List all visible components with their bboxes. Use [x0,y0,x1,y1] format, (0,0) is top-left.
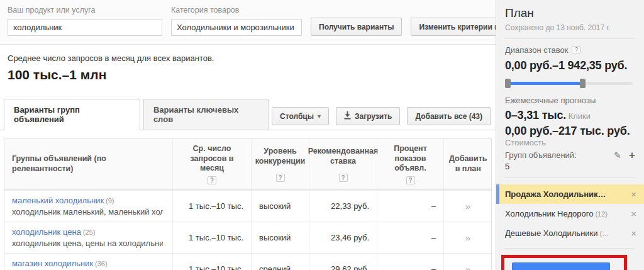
header-avg-searches-label: Ср. число запросов в месяц [178,144,246,174]
summary-value: 100 тыс.–1 млн [8,67,488,82]
clicks-label: Клики [569,111,591,121]
add-to-plan-icon[interactable]: » [465,232,470,243]
avg-searches-cell: 1 тыс.–10 тыс. [172,191,251,222]
cost-metric: 0,00 руб.–217 тыс. руб. Стоимость [505,125,635,147]
plan-item-label: Продажа Холодильник… [505,189,626,199]
bid-range-row: Диапазон ставок ? [505,45,635,55]
table-toolbar: Столбцы ▾ Загрузить Добавить все (43) [272,107,491,130]
divider [505,38,635,39]
add-to-plan-icon[interactable]: » [465,201,470,211]
help-icon[interactable]: ? [572,46,580,54]
plan-item[interactable]: Холодильник Недорого(12) × [496,204,644,223]
ad-group-ideas-table: Группы объявлений (по релевантности) Ср.… [4,138,492,270]
help-icon[interactable]: ? [339,174,348,182]
header-suggested-bid-label: Рекомендованная ставка [308,147,379,166]
table-row: магазин холодильник(36) интернет магазин… [4,253,491,270]
close-icon[interactable]: × [631,208,636,219]
category-input[interactable] [171,19,302,36]
download-button[interactable]: Загрузить [336,107,400,125]
close-icon[interactable]: × [631,189,636,200]
add-to-plan-cell: » [443,222,491,253]
bid-range-slider[interactable] [505,79,635,88]
ad-group-link[interactable]: магазин холодильник [12,259,93,268]
close-icon[interactable]: × [631,228,636,239]
add-to-plan-cell: » [443,254,491,270]
search-form: Ваш продукт или услуга Категория товаров… [0,0,496,45]
bid-slider-handle-left[interactable] [505,79,511,88]
table-header-row: Группы объявлений (по релевантности) Ср.… [4,139,491,190]
help-icon[interactable]: ? [208,176,216,184]
clicks-value: 0–3,31 тыс. [505,109,566,121]
header-ad-groups[interactable]: Группы объявлений (по релевантности) [4,139,172,189]
impr-share-cell: – [377,254,443,270]
table-row: холодильник цена(25) холодильник цена, ц… [4,222,491,253]
add-to-plan-icon[interactable]: » [465,264,470,270]
plan-item[interactable]: Дешевые Холодильники(… × [496,223,644,243]
columns-button[interactable]: Столбцы ▾ [272,107,329,125]
impr-share-cell: – [377,222,443,253]
plan-items-list: Продажа Холодильник… × Холодильник Недор… [496,184,644,243]
add-all-button[interactable]: Добавить все (43) [407,107,491,125]
suggested-bid-cell: 22,33 руб. [309,191,377,222]
ad-group-count: (36) [95,260,108,267]
summary-caption: Среднее число запросов в месяц для всех … [8,53,488,63]
header-suggested-bid[interactable]: Рекомендованная ставка ? [309,139,377,189]
competition-cell: средний [251,254,309,270]
edit-pencil-icon[interactable]: ✎ [614,150,621,160]
ad-groups-label: Групп объявлений: [505,150,577,160]
category-field-group: Категория товаров [171,6,302,36]
cost-value: 0,00 руб.–217 тыс. руб. [505,125,635,138]
plan-item-label: Дешевые Холодильники(… [505,228,626,238]
view-plan-button[interactable]: Просмотреть план [512,262,610,270]
plan-item-count: (12) [595,210,608,218]
impr-share-cell: – [377,191,443,222]
bid-range-value: 0,00 руб.–1 942,35 руб. [505,59,635,72]
divider [505,177,635,178]
bid-slider-handle-right[interactable] [580,79,586,88]
red-highlight-annotation: Просмотреть план [501,255,627,270]
header-competition[interactable]: Уровень конкуренции ? [251,139,309,189]
header-competition-label: Уровень конкуренции [255,147,306,166]
category-field-label: Категория товаров [171,6,302,14]
product-field-group: Ваш продукт или услуга [8,6,162,36]
download-button-label: Загрузить [355,112,392,121]
chevron-down-icon: ▾ [318,113,321,120]
suggested-bid-cell: 23,46 руб. [309,222,377,253]
ad-groups-actions: ✎ + [614,150,635,160]
get-ideas-button[interactable]: Получить варианты [311,18,402,36]
avg-searches-cell: 1 тыс.–10 тыс. [172,254,251,270]
add-to-plan-cell: » [443,191,491,222]
cost-label: Стоимость [505,138,635,147]
ad-group-keywords: холодильник маленький, маленький холод… [12,207,163,217]
header-impr-share[interactable]: Процент показов объявл. ? [377,139,443,189]
download-icon [344,111,351,121]
avg-searches-cell: 1 тыс.–10 тыс. [172,222,251,253]
bid-slider-fill [505,82,583,85]
plan-sidebar: План Сохранено до 13 нояб. 2017 г. Диапа… [496,0,644,270]
suggested-bid-cell: 29,62 руб. [309,254,377,270]
competition-cell: высокий [251,222,309,253]
search-volume-summary: Среднее число запросов в месяц для всех … [0,45,496,85]
plan-item-selected[interactable]: Продажа Холодильник… × [496,184,644,204]
bid-range-label: Диапазон ставок [505,45,568,55]
tab-ad-group-ideas[interactable]: Варианты групп объявлений [4,99,140,130]
tab-keyword-ideas[interactable]: Варианты ключевых слов [143,99,269,130]
help-icon[interactable]: ? [406,176,415,184]
main-panel: Ваш продукт или услуга Категория товаров… [0,0,496,270]
plan-title: План [505,6,635,20]
columns-button-label: Столбцы [280,112,314,121]
product-input[interactable] [8,19,162,36]
ad-group-link[interactable]: маленький холодильник [12,196,104,205]
ad-group-link[interactable]: холодильник цена [12,227,81,237]
clicks-metric: 0–3,31 тыс. Клики [505,109,635,122]
add-plus-icon[interactable]: + [629,150,635,160]
ad-group-cell: магазин холодильник(36) интернет магазин… [4,254,172,270]
product-field-label: Ваш продукт или услуга [8,6,162,14]
header-avg-searches[interactable]: Ср. число запросов в месяц ? [172,139,251,189]
competition-cell: высокий [251,191,309,222]
help-icon[interactable]: ? [276,174,285,182]
ad-group-count: (25) [83,228,96,236]
plan-item-count: (… [600,230,609,237]
ad-group-keywords: холодильник цена, цены на холодильники,… [12,239,163,248]
table-row: маленький холодильник(9) холодильник мал… [4,190,491,222]
